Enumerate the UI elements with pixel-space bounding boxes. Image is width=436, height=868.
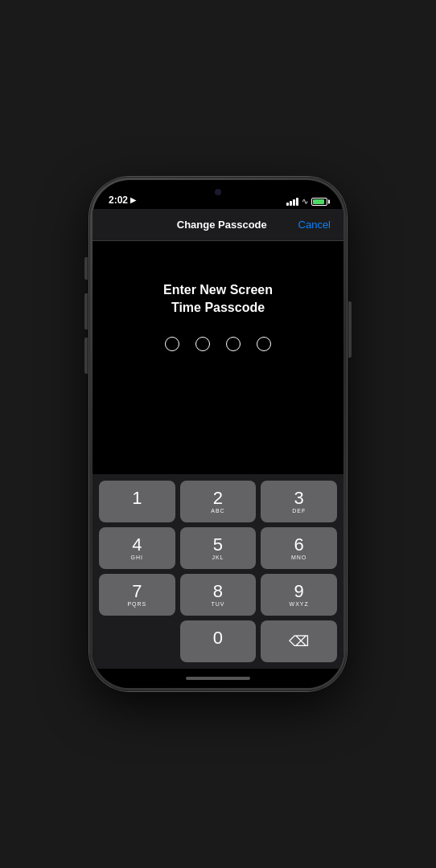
- key-empty: [99, 620, 175, 662]
- volume-up-button: [84, 293, 88, 330]
- keypad-grid: 1 2 ABC 3 DEF 4 GHI: [99, 481, 337, 616]
- phone-frame: 2:02 ▶ ∿ Change Passcode Cancel: [89, 177, 347, 691]
- home-indicator: [93, 669, 343, 688]
- notch: [170, 180, 266, 201]
- passcode-prompt: Enter New ScreenTime Passcode: [163, 281, 273, 317]
- battery-fill: [313, 199, 324, 204]
- key-3[interactable]: 3 DEF: [261, 481, 337, 522]
- status-time: 2:02 ▶: [109, 194, 136, 206]
- key-2[interactable]: 2 ABC: [180, 481, 257, 522]
- keypad-bottom-row: 0 ⌫: [99, 620, 337, 662]
- delete-icon: ⌫: [289, 633, 309, 650]
- cancel-button[interactable]: Cancel: [298, 219, 331, 231]
- volume-down-button: [84, 338, 88, 374]
- key-1[interactable]: 1: [99, 481, 175, 522]
- signal-icon: [286, 198, 298, 206]
- key-8[interactable]: 8 TUV: [180, 574, 257, 616]
- notch-camera: [215, 189, 221, 195]
- phone-screen: 2:02 ▶ ∿ Change Passcode Cancel: [93, 180, 343, 688]
- key-9[interactable]: 9 WXYZ: [261, 574, 337, 616]
- keypad: 1 2 ABC 3 DEF 4 GHI: [93, 474, 343, 669]
- key-0[interactable]: 0: [180, 620, 257, 662]
- nav-bar: Change Passcode Cancel: [93, 209, 343, 241]
- delete-button[interactable]: ⌫: [261, 620, 337, 662]
- passcode-dot-2: [195, 337, 210, 351]
- main-content: Enter New ScreenTime Passcode 1 2: [93, 241, 343, 669]
- passcode-dots: [165, 337, 271, 351]
- home-bar: [186, 677, 250, 680]
- key-5[interactable]: 5 JKL: [180, 527, 257, 569]
- passcode-dot-4: [257, 337, 271, 351]
- key-7[interactable]: 7 PQRS: [99, 574, 175, 616]
- passcode-dot-1: [165, 337, 179, 351]
- key-6[interactable]: 6 MNO: [261, 527, 337, 569]
- nav-title: Change Passcode: [177, 219, 267, 231]
- power-button: [348, 301, 352, 358]
- key-4[interactable]: 4 GHI: [99, 527, 175, 569]
- passcode-dot-3: [226, 337, 241, 351]
- status-icons: ∿: [286, 197, 327, 206]
- location-icon: ▶: [130, 196, 136, 204]
- mute-button: [84, 257, 88, 280]
- battery-icon: [311, 198, 327, 206]
- wifi-icon: ∿: [302, 197, 308, 206]
